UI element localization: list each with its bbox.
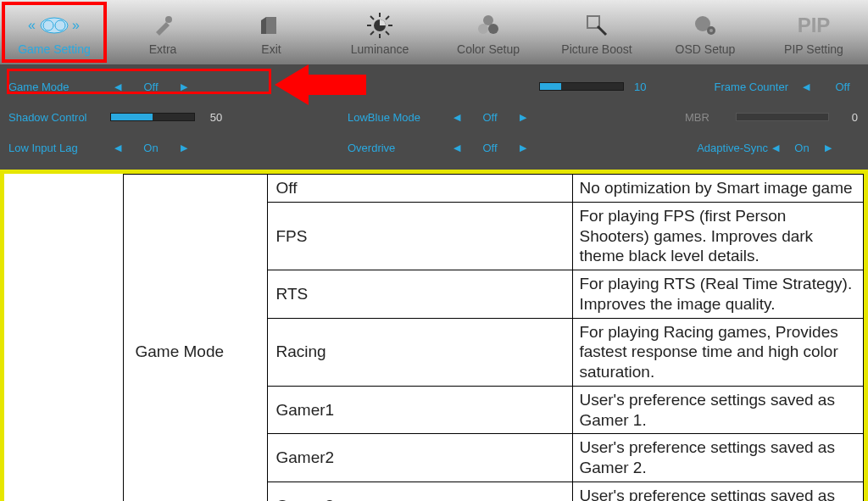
table-desc: For playing RTS (Real Time Strategy). Im…: [572, 270, 864, 319]
setting-value: 0: [829, 111, 858, 124]
setting-shadow-control[interactable]: Shadow Control 50: [8, 103, 288, 131]
setting-label: LowBlue Mode: [348, 111, 449, 124]
toolbar: « » Game Setting Extra Exit: [0, 0, 868, 64]
table-blank-col: [4, 175, 123, 502]
game-controller-icon: « »: [25, 12, 84, 39]
slider[interactable]: [539, 82, 624, 91]
table-mode-label: Game Mode: [123, 175, 267, 502]
setting-label: Overdrive: [348, 142, 449, 154]
table-option: Racing: [267, 318, 572, 386]
svg-line-12: [370, 16, 374, 19]
arrow-right-icon[interactable]: ▶: [176, 81, 192, 92]
arrow-right-icon[interactable]: ▶: [821, 142, 836, 153]
setting-value: 10: [634, 81, 685, 93]
svg-marker-24: [275, 64, 366, 105]
reference-table: Game Mode Off No optimization by Smart i…: [0, 170, 868, 501]
pip-icon: PIP: [798, 12, 831, 39]
svg-line-15: [386, 16, 389, 19]
arrow-left-icon[interactable]: ◀: [449, 112, 465, 123]
svg-point-16: [483, 15, 493, 25]
tab-pip-setting[interactable]: PIP PIP Setting: [760, 0, 868, 64]
table-desc: User's preference settings saved as Game…: [572, 482, 864, 501]
setting-value: Off: [824, 81, 861, 93]
tab-color-setup[interactable]: Color Setup: [434, 0, 542, 64]
tab-label: Picture Boost: [561, 42, 632, 56]
setting-value: 50: [195, 111, 237, 124]
arrow-right-icon[interactable]: ▶: [515, 142, 531, 153]
tools-icon: [151, 12, 175, 39]
tab-label: OSD Setup: [676, 42, 736, 56]
table-option: Off: [267, 175, 572, 203]
tab-extra[interactable]: Extra: [108, 0, 217, 64]
tab-label: Luminance: [351, 42, 409, 56]
tab-exit[interactable]: Exit: [217, 0, 326, 64]
table-option: RTS: [267, 270, 572, 319]
arrow-left-icon[interactable]: ◀: [798, 81, 814, 92]
table-desc: For playing FPS (first Person Shooters) …: [572, 202, 864, 270]
slider: [736, 113, 829, 121]
setting-low-input-lag[interactable]: Low Input Lag ◀ On ▶: [8, 134, 288, 161]
slider[interactable]: [110, 113, 195, 121]
tab-picture-boost[interactable]: Picture Boost: [542, 0, 651, 64]
settings-col-1: Game Mode ◀ Off ▶ Shadow Control 50 Low …: [8, 71, 288, 163]
arrow-right-icon[interactable]: ▶: [515, 112, 531, 123]
exit-icon: [259, 12, 283, 39]
svg-line-14: [370, 31, 374, 35]
setting-value: Off: [125, 81, 176, 93]
tab-label: PIP Setting: [784, 42, 843, 56]
table-option: Gamer1: [267, 386, 572, 434]
settings-col-3: 10 Frame Counter ◀ Off ▶ MBR 0 Adaptive-…: [531, 71, 868, 163]
settings-area: Game Mode ◀ Off ▶ Shadow Control 50 Low …: [0, 64, 868, 170]
svg-point-23: [709, 29, 713, 32]
svg-text:«: «: [28, 18, 36, 32]
svg-rect-6: [266, 17, 276, 34]
tab-game-setting[interactable]: « » Game Setting: [0, 0, 108, 64]
tab-label: Extra: [149, 42, 177, 56]
tab-osd-setup[interactable]: OSD Setup: [651, 0, 760, 64]
svg-rect-19: [587, 16, 599, 28]
table-desc: User's preference settings saved as Game…: [572, 434, 864, 482]
game-mode-table: Game Mode Off No optimization by Smart i…: [4, 174, 864, 501]
svg-text:»: »: [72, 18, 80, 32]
arrow-left-icon[interactable]: ◀: [110, 81, 125, 92]
svg-point-5: [165, 16, 172, 23]
setting-top-slider[interactable]: 10 Frame Counter ◀ Off ▶: [539, 73, 868, 100]
table-option: FPS: [267, 202, 572, 270]
setting-label: MBR: [685, 111, 736, 124]
table-desc: No optimization by Smart image game: [572, 175, 864, 203]
setting-mbr: MBR 0: [539, 103, 868, 131]
arrow-left-icon[interactable]: ◀: [110, 142, 125, 153]
svg-line-20: [598, 26, 606, 35]
setting-value: On: [125, 142, 176, 154]
arrow-left-icon[interactable]: ◀: [768, 142, 783, 153]
red-arrow-annotation: [275, 61, 368, 109]
setting-game-mode[interactable]: Game Mode ◀ Off ▶: [8, 73, 288, 100]
setting-label: Game Mode: [8, 81, 110, 93]
color-icon: [476, 12, 501, 39]
brightness-icon: [367, 12, 392, 39]
tab-label: Game Setting: [18, 42, 91, 56]
table-option: Gamer2: [267, 434, 572, 482]
setting-value: On: [783, 142, 821, 154]
svg-line-13: [386, 31, 389, 35]
setting-label: Adaptive-Sync: [675, 142, 768, 154]
osd-panel: « » Game Setting Extra Exit: [0, 0, 868, 170]
setting-adaptive-sync[interactable]: Adaptive-Sync ◀ On ▶: [539, 134, 868, 161]
tab-luminance[interactable]: Luminance: [326, 0, 434, 64]
setting-label: Frame Counter: [695, 81, 788, 93]
svg-point-17: [478, 24, 488, 34]
setting-lowblue-mode[interactable]: LowBlue Mode ◀ Off ▶: [348, 103, 531, 131]
gear-globe-icon: [693, 12, 718, 39]
tab-label: Color Setup: [457, 42, 520, 56]
arrow-left-icon[interactable]: ◀: [449, 142, 465, 153]
svg-point-3: [55, 20, 65, 31]
magnifier-icon: [585, 12, 609, 39]
setting-value: Off: [465, 111, 515, 124]
arrow-right-icon[interactable]: ▶: [176, 142, 192, 153]
table-desc: For playing Racing games, Provides faste…: [572, 318, 864, 386]
table-desc: User's preference settings saved as Game…: [572, 386, 864, 434]
table-row: Game Mode Off No optimization by Smart i…: [4, 175, 864, 203]
setting-overdrive[interactable]: Overdrive ◀ Off ▶: [348, 134, 531, 161]
setting-label: Low Input Lag: [8, 142, 110, 154]
setting-value: Off: [465, 142, 515, 154]
